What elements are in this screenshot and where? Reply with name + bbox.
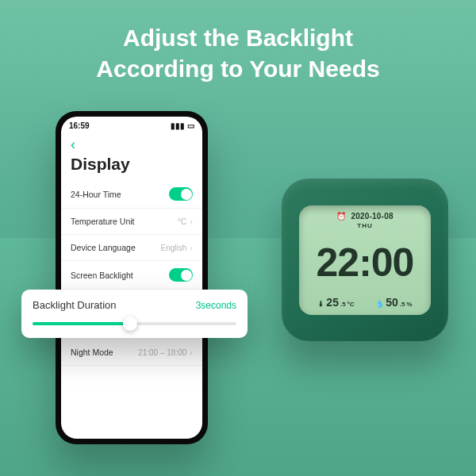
popout-head: Backlight Duration 3seconds bbox=[33, 299, 236, 311]
row-night-mode[interactable]: Night Mode 21:00 – 18:00 › bbox=[61, 340, 202, 366]
clock-date: 2020-10-08 bbox=[351, 212, 393, 221]
page-title: Display bbox=[71, 155, 193, 174]
backlight-duration-label: Backlight Duration bbox=[33, 299, 117, 311]
title-line-1: Adjust the Backlight bbox=[0, 22, 476, 53]
back-button[interactable]: ‹ bbox=[71, 136, 75, 153]
backlight-duration-value: 3seconds bbox=[196, 300, 236, 311]
clock-humidity: 💧 50.5% bbox=[375, 296, 412, 309]
clock-lcd: ⏰ 2020-10-08 THU 22:00 🌡 25.5°C 💧 50.5% bbox=[299, 205, 431, 315]
battery-icon: ▭ bbox=[187, 121, 194, 130]
backlight-duration-slider[interactable] bbox=[33, 322, 236, 325]
toggle-screen-backlight[interactable] bbox=[169, 268, 193, 282]
backlight-duration-card: Backlight Duration 3seconds bbox=[21, 290, 248, 338]
alarm-icon: ⏰ bbox=[336, 212, 346, 221]
row-label: Temperature Unit bbox=[71, 217, 135, 226]
chevron-right-icon: › bbox=[190, 217, 193, 226]
phone-frame: 16:59 ▮▮▮ ▭ ‹ Display 24-Hour Time Tempe… bbox=[56, 111, 208, 444]
phone-screen: 16:59 ▮▮▮ ▭ ‹ Display 24-Hour Time Tempe… bbox=[61, 117, 202, 439]
clock-day: THU bbox=[307, 222, 423, 229]
clock-meter-row: 🌡 25.5°C 💧 50.5% bbox=[307, 296, 423, 309]
row-24-hour-time[interactable]: 24-Hour Time bbox=[61, 180, 202, 209]
thermometer-icon: 🌡 bbox=[317, 300, 324, 308]
row-screen-backlight[interactable]: Screen Backlight bbox=[61, 261, 202, 290]
chevron-right-icon: › bbox=[190, 243, 193, 252]
clock-date-row: ⏰ 2020-10-08 bbox=[307, 212, 423, 221]
promo-title: Adjust the Backlight According to Your N… bbox=[0, 22, 476, 84]
droplet-icon: 💧 bbox=[375, 300, 384, 308]
row-label: Device Language bbox=[71, 243, 136, 252]
clock-temperature: 🌡 25.5°C bbox=[317, 296, 354, 309]
clock-device: ⏰ 2020-10-08 THU 22:00 🌡 25.5°C 💧 50.5% bbox=[282, 178, 448, 341]
row-device-language[interactable]: Device Language English › bbox=[61, 235, 202, 261]
row-value: 21:00 – 18:00 › bbox=[138, 347, 193, 357]
status-time: 16:59 bbox=[69, 121, 90, 130]
row-label: Night Mode bbox=[71, 347, 113, 357]
slider-thumb[interactable] bbox=[123, 317, 137, 331]
row-label: 24-Hour Time bbox=[71, 190, 121, 199]
page-header: ‹ Display bbox=[61, 133, 202, 180]
signal-icon: ▮▮▮ bbox=[171, 121, 185, 130]
chevron-right-icon: › bbox=[190, 347, 193, 357]
row-value: °C › bbox=[178, 217, 193, 226]
toggle-24-hour[interactable] bbox=[169, 187, 193, 201]
status-bar: 16:59 ▮▮▮ ▭ bbox=[61, 117, 202, 133]
row-temperature-unit[interactable]: Temperature Unit °C › bbox=[61, 209, 202, 235]
row-label: Screen Backlight bbox=[71, 271, 133, 280]
row-value: English › bbox=[161, 243, 193, 252]
title-line-2: According to Your Needs bbox=[0, 53, 476, 84]
clock-time: 22:00 bbox=[307, 243, 423, 282]
slider-fill bbox=[33, 322, 130, 325]
status-icons: ▮▮▮ ▭ bbox=[171, 121, 194, 130]
